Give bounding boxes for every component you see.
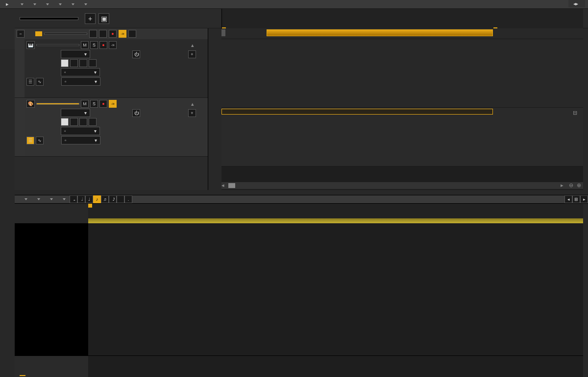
track-2-edit-a[interactable]: ☰	[26, 137, 34, 144]
track-2-fx-power[interactable]: ⏻	[132, 109, 140, 117]
note-eighth-icon[interactable]: ♪	[93, 195, 101, 203]
track-1-input[interactable]: ▫▾	[61, 68, 100, 76]
note-half-icon[interactable]: 𝅗𝅥	[77, 195, 85, 203]
bus-record-button[interactable]: ●	[109, 30, 117, 38]
bus-solo-button[interactable]	[99, 30, 107, 38]
arrange-clip-label[interactable]	[221, 29, 225, 36]
track-1-name[interactable]	[36, 44, 79, 46]
track-1-star[interactable]	[79, 59, 87, 67]
piano-ruler[interactable]	[88, 204, 583, 223]
note-sixteenth-icon[interactable]: ♬	[101, 195, 109, 203]
track-2-icon[interactable]: 🎨	[26, 100, 35, 108]
track-2-mute[interactable]: M	[81, 100, 89, 108]
track-2-input[interactable]: ▫▾	[61, 127, 100, 135]
track-1-read[interactable]	[61, 59, 69, 67]
track-2-star[interactable]	[79, 118, 87, 126]
piano-roll[interactable]	[88, 223, 583, 355]
snap-button[interactable]: ▣	[98, 13, 109, 24]
track-1-output[interactable]: ▫▾	[61, 77, 100, 86]
track-2-read[interactable]	[61, 118, 69, 126]
timeline-ruler[interactable]	[221, 9, 583, 28]
pr-track-menu[interactable]	[57, 195, 70, 204]
track-1-edit-b[interactable]: ∿	[36, 78, 44, 86]
arrange-scrollbar[interactable]: ◂ ▸ ⊖ ⊕	[221, 182, 583, 189]
track-1-solo[interactable]: S	[90, 41, 98, 49]
track-1-record[interactable]: ●	[99, 41, 107, 49]
options-menu[interactable]	[27, 0, 40, 9]
zoom-out-icon[interactable]: ⊖	[569, 182, 573, 188]
bus-header: − ● ·»	[15, 28, 208, 39]
pr-nav-next[interactable]: ▸	[580, 195, 588, 203]
track-2[interactable]: 🎨 M S ● ·» ▴ ▾ ⏻ +	[15, 98, 208, 157]
track-1-clip-dropdown[interactable]: ▾	[61, 50, 90, 58]
view-menu[interactable]	[15, 0, 27, 9]
pr-grid-icon[interactable]: ⊞	[572, 195, 580, 203]
arrange-track-2-lane[interactable]: ⊟	[221, 108, 583, 166]
track-1-fx-add[interactable]: +	[188, 50, 196, 58]
piano-keyboard[interactable]	[15, 223, 88, 355]
arrange-bus-clip[interactable]	[267, 29, 493, 36]
scroll-thumb[interactable]	[228, 183, 235, 188]
track-1-echo[interactable]: ·»	[109, 41, 117, 49]
bus-name[interactable]	[44, 33, 87, 35]
track-1-meter-scale	[198, 39, 208, 97]
collapse-bus-button[interactable]: −	[17, 30, 24, 38]
clip-menu-icon[interactable]: ⊟	[573, 110, 577, 116]
track-2-echo[interactable]: ·»	[109, 100, 117, 108]
clip-menu[interactable]	[53, 0, 66, 9]
piano-loop-start[interactable]	[88, 204, 92, 208]
track-2-write[interactable]	[70, 118, 78, 126]
track-2-fx-add[interactable]: +	[188, 109, 196, 117]
track-2-record[interactable]: ●	[99, 100, 107, 108]
timecode-display[interactable]	[20, 17, 78, 20]
bus-echo-button[interactable]: ·»	[119, 30, 126, 38]
track-2-name[interactable]	[36, 103, 79, 105]
pr-note-menu[interactable]	[31, 195, 44, 204]
pr-controller-menu[interactable]	[44, 195, 57, 204]
dotted-button[interactable]: .	[124, 195, 132, 203]
velocity-panel	[15, 355, 583, 377]
main-toolbar: ▸ ◂▸	[0, 0, 588, 9]
track-2-output[interactable]: ▫▾	[61, 136, 100, 144]
track-2-number	[15, 98, 24, 156]
note-thirtysecond-icon[interactable]: 𝅘𝅥𝅯	[109, 195, 117, 203]
piano-loop-region[interactable]	[88, 218, 583, 223]
track-1-edit-a[interactable]: ☰	[26, 78, 34, 86]
track-1-expand[interactable]: ▴	[189, 42, 196, 48]
track-2-edit-b[interactable]: ∿	[36, 137, 44, 144]
triplet-button[interactable]	[117, 195, 124, 203]
velocity-label[interactable]	[20, 375, 25, 376]
track-1-auto[interactable]	[89, 59, 97, 67]
regionfx-menu[interactable]	[78, 0, 91, 9]
midi-menu[interactable]	[66, 0, 78, 9]
bus-mute-button[interactable]	[89, 30, 97, 38]
pr-nav-prev[interactable]: ◂	[564, 195, 572, 203]
toolbar-handle[interactable]: ▸	[0, 1, 15, 7]
track-2-solo[interactable]: S	[90, 100, 98, 108]
note-quarter-icon[interactable]: ♩	[85, 195, 93, 203]
arrange-track-2-clip-header[interactable]	[221, 109, 493, 115]
track-1-write[interactable]	[70, 59, 78, 67]
folder-icon	[35, 31, 42, 36]
arrange-bus-lane	[221, 28, 583, 39]
add-marker-button[interactable]: +	[85, 13, 96, 24]
track-2-clip-dropdown[interactable]: ▾	[61, 109, 90, 117]
side-labels	[0, 9, 15, 49]
track-1-fx-power[interactable]: ⏻	[132, 50, 140, 58]
track-2-expand[interactable]: ▴	[189, 101, 196, 107]
off-toggle[interactable]: ◂▸	[568, 0, 585, 7]
track-menu[interactable]	[40, 0, 53, 9]
track-1-mute[interactable]: M	[81, 41, 89, 49]
zoom-in-icon[interactable]: ⊕	[577, 182, 581, 188]
arrange-area[interactable]: ⊟ ◂ ▸ ⊖ ⊕	[221, 28, 583, 190]
track-1-icon[interactable]: 🎹	[26, 41, 35, 49]
bus-archive-button[interactable]	[128, 30, 136, 38]
note-whole-icon[interactable]: 𝅝	[70, 195, 77, 203]
track-2-auto[interactable]	[89, 118, 97, 126]
velocity-label-area	[15, 356, 88, 377]
pr-view-menu[interactable]	[19, 195, 31, 204]
track-panel: − ● ·» 🎹 M S ● ·» ▴ ▾ ⏻	[15, 28, 208, 190]
velocity-bars[interactable]	[88, 356, 583, 377]
arrange-track-1-lane[interactable]	[221, 39, 583, 108]
track-1[interactable]: 🎹 M S ● ·» ▴ ▾ ⏻ +	[15, 39, 208, 98]
